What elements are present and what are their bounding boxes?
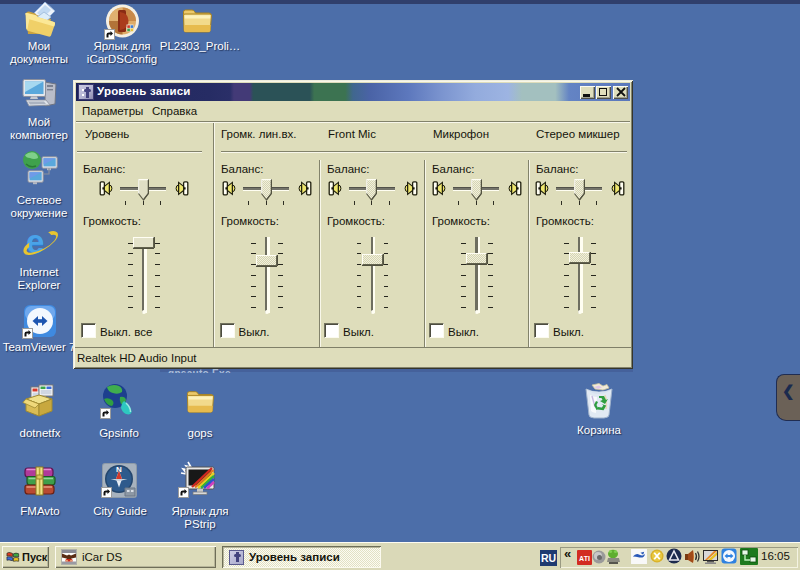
svg-text:ATI: ATI [579,555,590,562]
